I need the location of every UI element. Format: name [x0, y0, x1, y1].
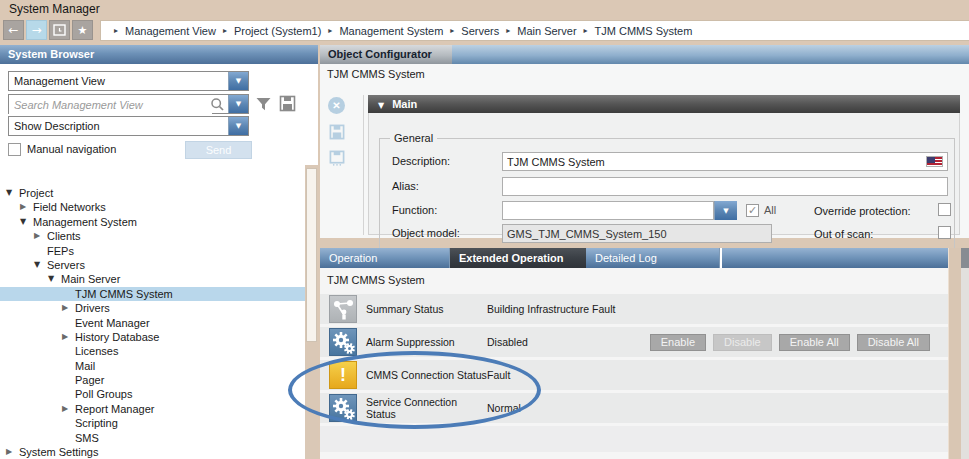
object-model-label: Object model: [392, 224, 460, 243]
tree-item-project[interactable]: ▼Project [0, 186, 305, 200]
network-icon[interactable] [329, 295, 357, 323]
tree-item-scripting[interactable]: Scripting [0, 416, 305, 430]
tab-extended-operation[interactable]: Extended Operation [450, 248, 586, 268]
view-selector[interactable]: Management View ▼ [8, 71, 249, 91]
discard-button[interactable]: ✕ [328, 97, 345, 114]
function-label: Function: [392, 201, 437, 220]
tree-expander-icon[interactable]: ▼ [6, 186, 19, 200]
gears-icon[interactable] [329, 328, 357, 356]
tree-expander-icon[interactable]: ▶ [34, 229, 47, 243]
tree-item-feps[interactable]: FEPs [0, 244, 305, 258]
tree-expander-icon[interactable]: ▶ [6, 445, 19, 459]
tree-item-pager[interactable]: Pager [0, 373, 305, 387]
tree-item-mail[interactable]: Mail [0, 359, 305, 373]
search-icon[interactable] [210, 97, 225, 112]
system-manager-window: System Manager ← → ★ ▸Management View▸Pr… [0, 0, 969, 459]
search-dropdown-button[interactable]: ▼ [228, 95, 248, 113]
tree-item-field-networks[interactable]: ▶Field Networks [0, 200, 305, 214]
enable-all-button[interactable]: Enable All [779, 334, 850, 351]
panel-scrollbar[interactable] [948, 248, 962, 459]
tree-item-tjm-cmms-system[interactable]: TJM CMMS System [0, 287, 305, 301]
tree-scrollbar-thumb[interactable] [306, 168, 317, 342]
tree-item-event-manager[interactable]: Event Manager [0, 316, 305, 330]
tree-expander-icon[interactable]: ▼ [48, 272, 61, 286]
tree-item-management-system[interactable]: ▼Management System [0, 215, 305, 229]
save-button[interactable] [329, 124, 345, 140]
save-as-button[interactable] [329, 150, 345, 166]
status-label: Alarm Suppression [366, 336, 487, 348]
breadcrumb-item[interactable]: TJM CMMS System [595, 25, 693, 37]
tab-object-configurator[interactable]: Object Configurator [320, 45, 452, 64]
disable-button[interactable]: Disable [713, 334, 772, 351]
search-box: ▼ [8, 94, 249, 114]
history-button[interactable] [49, 20, 70, 40]
description-field[interactable] [502, 152, 948, 171]
override-protection-label: Override protection: [814, 203, 911, 220]
breadcrumb-separator-icon: ▸ [450, 26, 454, 35]
highlight-annotation-ellipse [288, 351, 541, 429]
filter-icon[interactable] [255, 96, 272, 112]
tree-expander-icon[interactable]: ▼ [20, 215, 33, 229]
display-mode-selector[interactable]: Show Description ▼ [8, 116, 249, 136]
breadcrumb-item[interactable]: Servers [461, 25, 499, 37]
chevron-down-icon: ▼ [236, 77, 241, 85]
override-protection-checkbox[interactable] [938, 203, 951, 216]
back-button[interactable]: ← [3, 20, 24, 40]
forward-button[interactable]: → [26, 20, 47, 40]
tree-item-history-database[interactable]: ▶History Database [0, 330, 305, 344]
tree-expander-icon[interactable]: ▶ [62, 301, 75, 315]
tree-scrollbar[interactable] [305, 165, 318, 459]
out-of-scan-checkbox[interactable] [938, 226, 951, 239]
main-section-header[interactable]: ▼Main [368, 95, 960, 113]
operation-tabbar: OperationExtended OperationDetailed Log [320, 248, 969, 268]
alias-field[interactable] [502, 177, 948, 196]
general-group-title: General [390, 132, 437, 144]
tree-item-report-manager[interactable]: ▶Report Manager [0, 402, 305, 416]
breadcrumb-item[interactable]: Management System [339, 25, 443, 37]
tree-item-label: Poll Groups [75, 387, 132, 401]
favorites-button[interactable]: ★ [72, 20, 93, 40]
status-row-summary-status: Summary StatusBuilding Infrastructure Fa… [320, 294, 948, 324]
function-field[interactable] [502, 201, 714, 220]
alias-label: Alias: [392, 177, 419, 196]
all-checkbox[interactable]: ✓ [746, 204, 759, 217]
tree-expander-icon[interactable]: ▶ [20, 200, 33, 214]
tree-item-sms[interactable]: SMS [0, 431, 305, 445]
tree-item-clients[interactable]: ▶Clients [0, 229, 305, 243]
flag-us-icon [926, 156, 943, 167]
tree-item-servers[interactable]: ▼Servers [0, 258, 305, 272]
enable-button[interactable]: Enable [650, 334, 706, 351]
display-mode-dropdown-button[interactable]: ▼ [228, 117, 248, 135]
tree-item-licenses[interactable]: Licenses [0, 344, 305, 358]
manual-navigation-checkbox[interactable] [8, 143, 21, 156]
breadcrumb-item[interactable]: Project (System1) [234, 25, 321, 37]
tree-item-label: Management System [33, 215, 137, 229]
tab-operation[interactable]: Operation [320, 248, 450, 268]
disable-all-button[interactable]: Disable All [857, 334, 930, 351]
tree-expander-icon[interactable]: ▶ [62, 330, 75, 344]
tree-item-poll-groups[interactable]: Poll Groups [0, 387, 305, 401]
object-configurator-panel: Object Configurator TJM CMMS System ✕ ▼M… [320, 45, 969, 238]
manual-navigation-label: Manual navigation [27, 143, 116, 155]
search-input[interactable] [9, 95, 212, 115]
all-label: All [764, 204, 776, 216]
view-selector-dropdown-button[interactable]: ▼ [228, 72, 248, 90]
forward-icon: → [31, 23, 41, 37]
breadcrumb: ▸Management View▸Project (System1)▸Manag… [100, 20, 969, 41]
tab-detailed-log[interactable]: Detailed Log [586, 248, 720, 268]
main-toolbar: ← → ★ ▸Management View▸Project (System1)… [0, 18, 969, 44]
save-filter-icon[interactable] [279, 95, 296, 112]
send-button[interactable]: Send [185, 141, 252, 159]
tree-item-label: History Database [75, 330, 159, 344]
tree-expander-icon[interactable]: ▶ [62, 402, 75, 416]
function-dropdown-button[interactable]: ▼ [714, 201, 737, 220]
tree-item-system-settings[interactable]: ▶System Settings [0, 445, 305, 459]
breadcrumb-item[interactable]: Management View [125, 25, 216, 37]
tree-expander-icon[interactable]: ▼ [34, 258, 47, 272]
system-browser-panel: System Browser Management View ▼ ▼ Show … [0, 45, 318, 459]
tabbar-filler [722, 248, 969, 268]
tree-item-drivers[interactable]: ▶Drivers [0, 301, 305, 315]
breadcrumb-item[interactable]: Main Server [517, 25, 576, 37]
status-label: Summary Status [366, 303, 487, 315]
tree-item-main-server[interactable]: ▼Main Server [0, 272, 305, 286]
